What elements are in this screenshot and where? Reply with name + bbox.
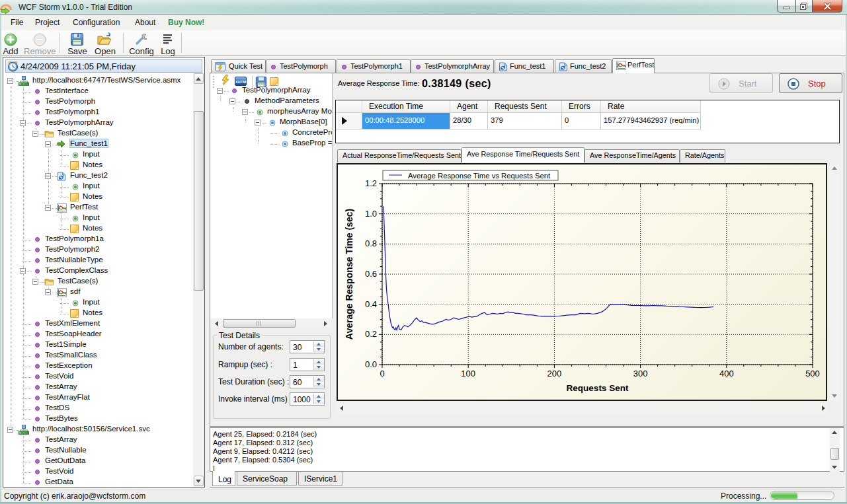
svg-text:0: 0 — [380, 369, 384, 378]
svg-text:200: 200 — [547, 369, 562, 378]
svg-text:0.0: 0.0 — [365, 359, 377, 369]
svg-text:0.8: 0.8 — [365, 238, 377, 248]
svg-text:Average Response Time (sec): Average Response Time (sec) — [344, 209, 354, 340]
svg-text:1.2: 1.2 — [365, 178, 377, 188]
svg-text:Average Response Time vs Reque: Average Response Time vs Requests Sent — [408, 172, 551, 180]
svg-text:300: 300 — [633, 369, 648, 378]
svg-text:1.0: 1.0 — [365, 209, 377, 219]
svg-text:0.6: 0.6 — [365, 269, 377, 279]
svg-text:400: 400 — [719, 369, 734, 378]
svg-text:0.4: 0.4 — [365, 299, 377, 309]
svg-text:0.2: 0.2 — [365, 329, 377, 339]
svg-text:500: 500 — [805, 369, 820, 378]
svg-text:Requests Sent: Requests Sent — [567, 383, 629, 393]
svg-text:100: 100 — [461, 369, 475, 378]
